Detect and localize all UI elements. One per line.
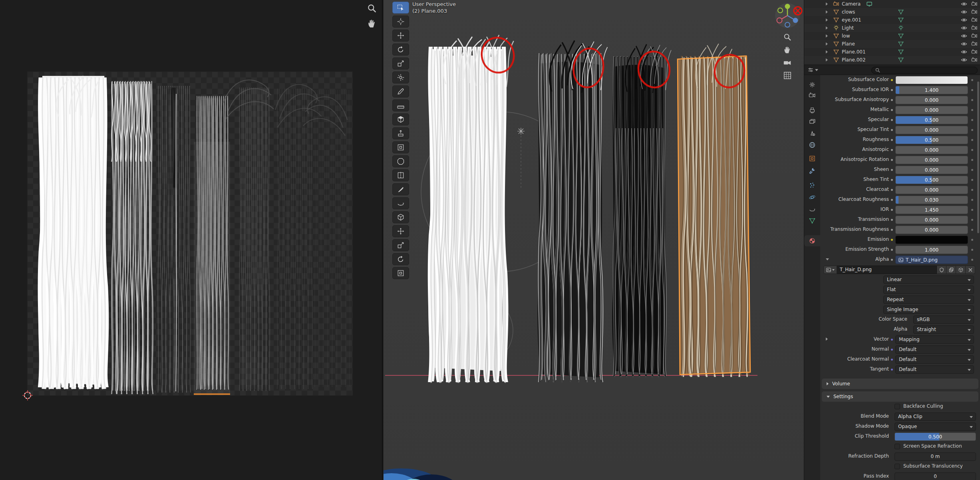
- outliner-item-label[interactable]: Plane.002: [842, 57, 866, 63]
- settings-section-header[interactable]: Settings: [822, 391, 978, 402]
- expand-arrow-icon[interactable]: [826, 50, 828, 54]
- alpha-image-link[interactable]: T_Hair_D.png: [895, 256, 968, 264]
- subsurface-color-swatch[interactable]: [895, 76, 968, 84]
- editor-type-dropdown[interactable]: [807, 67, 818, 73]
- color-space-dropdown[interactable]: sRGB: [913, 315, 974, 324]
- sheen-tint-slider[interactable]: 0.500: [895, 176, 968, 184]
- tab-particles[interactable]: [804, 180, 820, 191]
- tool-smooth[interactable]: [392, 267, 409, 279]
- hair-texture-canvas[interactable]: [28, 72, 352, 395]
- hide-eye-toggle[interactable]: [961, 17, 967, 23]
- hide-eye-toggle[interactable]: [961, 33, 967, 39]
- unlink-button[interactable]: [966, 266, 975, 274]
- image-editor-panel[interactable]: [0, 0, 383, 480]
- emission-strength-slider[interactable]: 1.000: [895, 246, 968, 254]
- subsurface-translucency-checkbox[interactable]: [895, 464, 900, 469]
- render-visibility-toggle[interactable]: [971, 1, 978, 7]
- render-visibility-toggle[interactable]: [971, 25, 978, 31]
- tab-object-data[interactable]: [804, 215, 820, 226]
- pan-hand-icon[interactable]: [367, 18, 377, 29]
- clip-threshold-slider[interactable]: 0.500: [895, 432, 976, 441]
- hair-card-2[interactable]: [537, 41, 607, 383]
- outliner-item-label[interactable]: Light: [842, 25, 854, 31]
- tab-scene[interactable]: [804, 128, 820, 139]
- outliner-item-label[interactable]: Plane: [842, 41, 855, 47]
- outliner-row-mesh[interactable]: clows: [804, 8, 980, 16]
- roughness-slider[interactable]: 0.500: [895, 136, 968, 144]
- tool-add-cube[interactable]: [392, 113, 409, 125]
- image-name-field[interactable]: T_Hair_D.png: [837, 266, 937, 274]
- tool-randomize[interactable]: [392, 253, 409, 265]
- outliner-item-label[interactable]: Camera: [842, 1, 861, 7]
- sheen-slider[interactable]: 0.000: [895, 166, 968, 174]
- outliner-row-mesh[interactable]: Plane.002: [804, 56, 980, 64]
- tab-tool[interactable]: [804, 79, 820, 90]
- anisotropic-rotation-slider[interactable]: 0.000: [895, 156, 968, 164]
- tool-inset[interactable]: [392, 141, 409, 153]
- clearcoat-roughness-slider[interactable]: 0.030: [895, 196, 968, 204]
- tool-measure[interactable]: [392, 99, 409, 111]
- tab-object[interactable]: [804, 153, 820, 164]
- interpolation-dropdown[interactable]: Linear: [883, 276, 974, 284]
- expand-arrow-icon[interactable]: [826, 18, 828, 22]
- camera-view-icon[interactable]: [783, 58, 792, 67]
- tab-world[interactable]: [804, 139, 820, 151]
- subsurface-anisotropy-slider[interactable]: 0.000: [895, 96, 968, 104]
- hair-card-1[interactable]: [428, 35, 513, 383]
- grid-ortho-icon[interactable]: [783, 71, 792, 80]
- normal-link-dropdown[interactable]: Default: [895, 345, 974, 354]
- render-visibility-toggle[interactable]: [971, 41, 978, 47]
- refraction-depth-field[interactable]: 0 m: [895, 452, 976, 461]
- tab-view-layer[interactable]: [804, 116, 820, 127]
- uv-2d-cursor[interactable]: [22, 390, 33, 401]
- tool-knife[interactable]: [392, 183, 409, 195]
- viewport-3d[interactable]: User Perspective (2) Plane.003: [384, 0, 804, 480]
- extension-dropdown[interactable]: Repeat: [883, 296, 974, 304]
- viewport-canvas[interactable]: [384, 0, 804, 480]
- clearcoat-normal-link-dropdown[interactable]: Default: [895, 355, 974, 364]
- tab-render[interactable]: [804, 90, 820, 101]
- light-object[interactable]: [517, 128, 525, 188]
- zoom-icon[interactable]: [783, 33, 792, 42]
- alpha-mode-dropdown[interactable]: Straight: [913, 325, 974, 334]
- outliner-row-mesh[interactable]: low: [804, 32, 980, 40]
- tool-bevel[interactable]: [392, 155, 409, 167]
- hair-card-3[interactable]: [612, 44, 671, 377]
- tool-shrink-fatten[interactable]: [392, 239, 409, 251]
- hair-card-4-selected[interactable]: [678, 44, 750, 377]
- transmission-roughness-slider[interactable]: 0.000: [895, 226, 968, 234]
- tool-edge-slide[interactable]: [392, 225, 409, 237]
- outliner-item-label[interactable]: low: [842, 33, 850, 39]
- shadow-mode-dropdown[interactable]: Opaque: [895, 422, 976, 431]
- blend-mode-dropdown[interactable]: Alpha Clip: [895, 413, 976, 421]
- metallic-slider[interactable]: 0.000: [895, 106, 968, 114]
- outliner-row-light[interactable]: Light: [804, 24, 980, 32]
- blue-mesh-object[interactable]: [384, 468, 459, 480]
- tool-spin[interactable]: [392, 197, 409, 209]
- tool-cursor[interactable]: [392, 16, 409, 28]
- outliner-row-mesh[interactable]: eye.001: [804, 16, 980, 24]
- expand-arrow-icon[interactable]: [826, 42, 828, 46]
- source-dropdown[interactable]: Single Image: [883, 305, 974, 314]
- hide-eye-toggle[interactable]: [961, 57, 967, 63]
- tab-physics[interactable]: [804, 192, 820, 203]
- volume-section-header[interactable]: Volume: [822, 379, 978, 389]
- unpack-button[interactable]: [956, 266, 966, 274]
- tab-output[interactable]: [804, 105, 820, 116]
- properties-search-input[interactable]: [871, 67, 978, 74]
- expand-arrow-icon[interactable]: [826, 2, 828, 6]
- expand-arrow-icon[interactable]: [826, 58, 828, 61]
- render-visibility-toggle[interactable]: [971, 33, 978, 39]
- expand-arrow-icon[interactable]: [826, 10, 828, 14]
- tab-material[interactable]: [804, 235, 820, 246]
- tool-annotate[interactable]: [392, 85, 409, 97]
- tool-loop-cut[interactable]: [392, 169, 409, 181]
- backface-culling-checkbox[interactable]: [895, 404, 900, 409]
- vector-link-dropdown[interactable]: Mapping: [895, 335, 974, 344]
- hide-eye-toggle[interactable]: [961, 9, 967, 15]
- render-visibility-toggle[interactable]: [971, 49, 978, 55]
- anisotropic-slider[interactable]: 0.000: [895, 146, 968, 154]
- tool-extrude[interactable]: [392, 127, 409, 139]
- outliner-item-label[interactable]: clows: [842, 9, 855, 15]
- outliner-item-label[interactable]: Plane.001: [842, 49, 866, 55]
